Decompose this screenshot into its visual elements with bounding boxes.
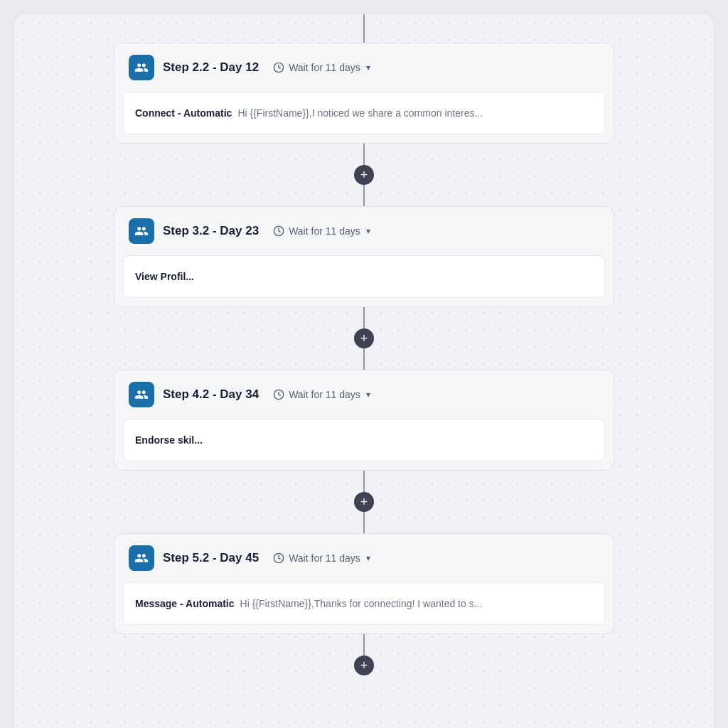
wait-badge-2-2[interactable]: Wait for 11 days ▾	[273, 62, 370, 73]
step-header-2-2: Step 2.2 - Day 12 Wait for 11 days ▾	[114, 43, 614, 92]
step-body-label-3-2: View Profil...	[135, 271, 194, 282]
wait-badge-4-2[interactable]: Wait for 11 days ▾	[273, 389, 370, 400]
step-icon-4-2	[129, 382, 154, 407]
connector-3	[363, 307, 365, 328]
step-body-text-5-2: Hi {{FirstName}},Thanks for connecting! …	[240, 598, 483, 609]
connector-1	[363, 144, 365, 165]
connector-6	[363, 512, 365, 533]
add-step-button-1[interactable]: +	[354, 165, 374, 185]
step-card-4-2: Step 4.2 - Day 34 Wait for 11 days ▾ End…	[114, 370, 614, 471]
chevron-icon-5-2: ▾	[366, 553, 370, 563]
step-icon-5-2	[129, 545, 154, 571]
step-body-text-2-2: Hi {{FirstName}},I noticed we share a co…	[237, 107, 483, 119]
step-body-4-2: Endorse skil...	[123, 419, 605, 461]
step-card-5-2: Step 5.2 - Day 45 Wait for 11 days ▾ Mes…	[114, 533, 614, 634]
step-title-3-2: Step 3.2 - Day 23	[163, 224, 259, 238]
connector-4	[363, 348, 365, 370]
step-body-label-4-2: Endorse skil...	[135, 434, 203, 446]
step-title-2-2: Step 2.2 - Day 12	[163, 60, 259, 75]
chevron-icon-4-2: ▾	[366, 390, 370, 400]
step-body-5-2: Message - Automatic Hi {{FirstName}},Tha…	[123, 582, 605, 625]
wait-badge-5-2[interactable]: Wait for 11 days ▾	[273, 552, 370, 564]
add-step-button-3[interactable]: +	[354, 492, 374, 512]
step-icon-3-2	[129, 218, 154, 244]
step-header-4-2: Step 4.2 - Day 34 Wait for 11 days ▾	[114, 370, 614, 419]
step-body-label-5-2: Message - Automatic	[135, 598, 235, 609]
wait-text-5-2: Wait for 11 days	[289, 552, 360, 564]
step-card-3-2: Step 3.2 - Day 23 Wait for 11 days ▾ Vie…	[114, 206, 614, 307]
step-card-2-2: Step 2.2 - Day 12 Wait for 11 days ▾ Con…	[114, 43, 614, 144]
workflow-canvas: Step 2.2 - Day 12 Wait for 11 days ▾ Con…	[14, 14, 714, 728]
add-step-button-2[interactable]: +	[354, 328, 374, 348]
connector-2	[363, 185, 365, 206]
step-header-5-2: Step 5.2 - Day 45 Wait for 11 days ▾	[114, 534, 614, 582]
step-body-label-2-2: Connect - Automatic	[135, 107, 232, 119]
chevron-icon-2-2: ▾	[366, 63, 370, 73]
step-title-4-2: Step 4.2 - Day 34	[163, 387, 259, 402]
step-title-5-2: Step 5.2 - Day 45	[163, 551, 259, 565]
top-connector	[363, 14, 365, 43]
chevron-icon-3-2: ▾	[366, 226, 370, 236]
add-step-button-bottom[interactable]: +	[354, 655, 374, 675]
connector-bottom	[363, 634, 365, 655]
connector-5	[363, 471, 365, 492]
wait-badge-3-2[interactable]: Wait for 11 days ▾	[273, 225, 370, 237]
wait-text-3-2: Wait for 11 days	[289, 225, 360, 237]
wait-text-2-2: Wait for 11 days	[289, 62, 360, 73]
step-body-2-2: Connect - Automatic Hi {{FirstName}},I n…	[123, 92, 605, 134]
step-body-3-2: View Profil...	[123, 255, 605, 298]
wait-text-4-2: Wait for 11 days	[289, 389, 360, 400]
step-header-3-2: Step 3.2 - Day 23 Wait for 11 days ▾	[114, 207, 614, 255]
step-icon-2-2	[129, 55, 154, 80]
